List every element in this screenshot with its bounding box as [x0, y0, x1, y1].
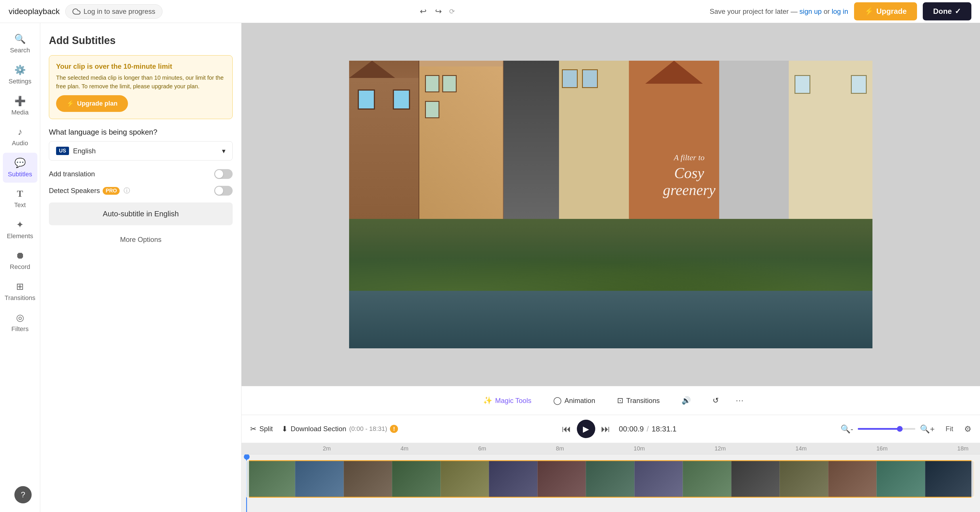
magic-tools-button[interactable]: ✨ Magic Tools	[475, 392, 539, 409]
sidebar-item-record[interactable]: ⏺ Record	[3, 246, 37, 275]
zoom-slider[interactable]	[858, 428, 915, 430]
ruler-mark-8m: 8m	[556, 445, 564, 452]
ruler-marks: 2m 4m 6m 8m 10m 12m 14m 16m 18m	[247, 445, 974, 452]
search-icon: 🔍	[14, 33, 26, 44]
settings-icon: ⚙️	[14, 64, 26, 75]
auto-subtitle-button[interactable]: Auto-subtitle in English	[49, 203, 232, 225]
filters-icon: ◎	[16, 312, 24, 323]
fit-button[interactable]: Fit	[943, 423, 956, 435]
clip-handle-right[interactable]	[971, 460, 974, 498]
language-name: English	[73, 147, 96, 155]
info-icon: ⓘ	[124, 187, 130, 195]
topbar: videoplayback Log in to save progress ↩ …	[0, 0, 980, 23]
window-9	[851, 75, 867, 94]
window-3	[425, 75, 439, 93]
video-overlay: A filter to Cosy greenery	[663, 153, 716, 198]
settings-icon-timeline[interactable]: ⚙	[964, 424, 971, 434]
zoom-in-button[interactable]: 🔍+	[920, 424, 935, 434]
sidebar-item-settings[interactable]: ⚙️ Settings	[3, 60, 37, 90]
thumb-11	[731, 461, 780, 497]
panel-title: Add Subtitles	[49, 35, 232, 46]
skip-forward-button[interactable]: ⏭	[601, 424, 610, 434]
wall-2	[419, 67, 503, 219]
window-6	[562, 69, 578, 88]
building-3	[504, 61, 559, 219]
log-in-link[interactable]: log in	[832, 8, 848, 15]
more-options-button[interactable]: More Options	[49, 231, 232, 248]
volume-button[interactable]: 🔊	[673, 392, 699, 409]
split-control[interactable]: ✂ Split	[250, 424, 273, 434]
language-dropdown[interactable]: US English ▾	[49, 141, 232, 161]
thumb-10	[682, 461, 731, 497]
cloud-icon	[72, 8, 81, 16]
buildings-row	[349, 61, 872, 219]
thumb-6	[489, 461, 537, 497]
thumb-2	[295, 461, 344, 497]
sidebar-item-elements[interactable]: ✦ Elements	[3, 215, 37, 244]
done-button[interactable]: Done ✓	[923, 2, 971, 21]
thumb-14	[877, 461, 925, 497]
video-clip[interactable]	[246, 460, 974, 498]
undo-button[interactable]: ↩	[417, 4, 430, 19]
upgrade-plan-button[interactable]: ⚡ Upgrade plan	[56, 95, 128, 112]
video-timeline-area: A filter to Cosy greenery ✨ Magic Tools …	[242, 23, 980, 512]
thumb-8	[586, 461, 634, 497]
dark-building	[504, 61, 559, 219]
timeline-controls: ✂ Split ⬇ Download Section (0:00 - 18:31…	[242, 415, 980, 443]
animation-button[interactable]: ◯ Animation	[545, 392, 603, 409]
download-control[interactable]: ⬇ Download Section (0:00 - 18:31) !	[282, 424, 398, 434]
play-button[interactable]: ▶	[577, 419, 595, 438]
sidebar-item-subtitles[interactable]: 💬 Subtitles	[3, 153, 37, 183]
building-6	[719, 61, 789, 219]
animation-icon: ◯	[553, 396, 562, 405]
sidebar-item-text[interactable]: T Text	[3, 184, 37, 214]
volume-icon: 🔊	[681, 396, 691, 405]
text-icon: T	[17, 188, 23, 199]
add-translation-toggle[interactable]	[214, 169, 232, 179]
sidebar-item-search[interactable]: 🔍 Search	[3, 29, 37, 59]
help-button[interactable]: ?	[14, 486, 32, 503]
record-icon: ⏺	[16, 250, 25, 261]
transitions-icon-toolbar: ⊡	[617, 396, 624, 405]
save-info: Save your project for later — sign up or…	[710, 8, 848, 16]
thumb-7	[538, 461, 586, 497]
subtitles-icon: 💬	[14, 157, 26, 168]
timeline-track	[242, 455, 980, 512]
undo-redo-group: ↩ ↪	[417, 4, 445, 19]
save-progress-btn[interactable]: Log in to save progress	[65, 4, 162, 19]
thumb-12	[780, 461, 828, 497]
warning-box: Your clip is over the 10-minute limit Th…	[49, 55, 232, 119]
detect-speakers-label: Detect Speakers PRO ⓘ	[49, 187, 130, 195]
more-options-dots[interactable]: ⋯	[733, 394, 746, 408]
sidebar-item-transitions[interactable]: ⊞ Transitions	[3, 276, 37, 306]
window-5	[425, 101, 439, 118]
upgrade-icon: ⚡	[864, 7, 873, 16]
redo-button[interactable]: ↪	[432, 4, 445, 19]
audio-eq-button[interactable]: ↺	[705, 392, 727, 409]
sidebar-item-filters[interactable]: ◎ Filters	[3, 308, 37, 337]
transitions-button[interactable]: ⊡ Transitions	[609, 392, 668, 409]
timeline-time: 00:00.9 / 18:31.1	[619, 424, 677, 434]
thumb-1	[247, 461, 295, 497]
track-content	[244, 455, 977, 512]
zoom-out-button[interactable]: 🔍-	[840, 424, 853, 434]
main-layout: 🔍 Search ⚙️ Settings ➕ Media ♪ Audio 💬 S…	[0, 23, 980, 512]
clip-thumbnails	[247, 461, 974, 497]
add-translation-label: Add translation	[49, 170, 95, 178]
sidebar-item-audio[interactable]: ♪ Audio	[3, 122, 37, 152]
detect-speakers-toggle[interactable]	[214, 186, 232, 196]
skip-back-button[interactable]: ⏮	[562, 424, 571, 434]
sign-up-link[interactable]: sign up	[799, 8, 822, 15]
language-section-label: What language is being spoken?	[49, 128, 232, 137]
upgrade-button[interactable]: ⚡ Upgrade	[854, 2, 917, 21]
clip-handle-left[interactable]	[246, 460, 249, 498]
overlay-large: Cosy greenery	[663, 164, 716, 198]
window-1	[358, 89, 375, 110]
thumb-5	[441, 461, 489, 497]
detect-speakers-row: Detect Speakers PRO ⓘ	[49, 186, 232, 196]
sidebar-item-media[interactable]: ➕ Media	[3, 91, 37, 121]
save-progress-label: Log in to save progress	[83, 8, 155, 16]
refresh-icon: ⟳	[449, 8, 455, 16]
audio-icon: ♪	[18, 126, 22, 137]
thumb-9	[634, 461, 682, 497]
